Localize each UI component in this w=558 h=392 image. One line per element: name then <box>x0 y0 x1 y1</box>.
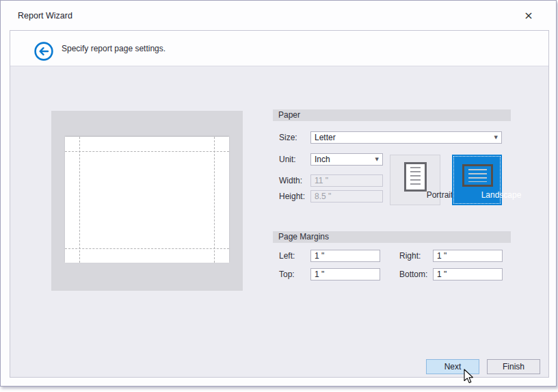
wizard-instruction: Specify report page settings. <box>62 31 165 66</box>
margin-left-label: Left: <box>279 250 310 262</box>
landscape-button[interactable]: Landscape <box>452 155 502 205</box>
portrait-page-icon <box>404 162 427 192</box>
back-button[interactable] <box>34 41 54 62</box>
size-select[interactable]: Letter ▼ <box>310 131 502 144</box>
dropdown-arrow-icon: ▼ <box>375 157 379 162</box>
unit-label: Unit: <box>279 153 310 166</box>
width-label: Width: <box>279 174 310 187</box>
window-title: Report Wizard <box>18 1 72 31</box>
margin-guide-right <box>214 137 215 263</box>
unit-select-value: Inch <box>315 154 330 165</box>
size-label: Size: <box>279 131 310 144</box>
finish-button[interactable]: Finish <box>487 359 540 374</box>
height-field <box>310 190 383 202</box>
margin-top-input[interactable] <box>310 268 380 280</box>
title-bar: Report Wizard × <box>1 1 556 30</box>
wizard-header: Specify report page settings. <box>10 31 548 66</box>
back-arrow-icon <box>34 41 54 62</box>
wizard-content-panel: Specify report page settings. Paper Size… <box>10 30 549 378</box>
paper-section-header: Paper <box>273 109 511 121</box>
margin-right-input[interactable] <box>433 250 503 262</box>
portrait-button[interactable]: Portrait <box>390 155 440 205</box>
margin-guide-bottom <box>65 248 229 249</box>
next-button[interactable]: Next <box>426 359 479 374</box>
margin-bottom-label: Bottom: <box>399 268 431 280</box>
landscape-button-label: Landscape <box>477 190 526 200</box>
height-label: Height: <box>279 190 310 202</box>
page-preview <box>51 111 243 291</box>
margin-left-input[interactable] <box>310 250 380 262</box>
page-margins-section-header: Page Margins <box>273 231 511 243</box>
width-field <box>310 174 383 187</box>
dropdown-arrow-icon: ▼ <box>494 135 498 140</box>
report-wizard-dialog: Report Wizard × Specify report page sett… <box>0 0 557 387</box>
margin-guide-top <box>65 151 229 152</box>
margin-top-label: Top: <box>279 268 310 280</box>
unit-select[interactable]: Inch ▼ <box>310 153 383 166</box>
close-button[interactable]: × <box>520 8 537 24</box>
landscape-page-icon <box>462 164 493 187</box>
margin-guide-left <box>79 137 80 263</box>
close-icon: × <box>524 9 533 22</box>
margin-bottom-input[interactable] <box>433 268 503 280</box>
margin-right-label: Right: <box>399 250 431 262</box>
preview-page <box>65 137 229 263</box>
size-select-value: Letter <box>315 132 336 143</box>
